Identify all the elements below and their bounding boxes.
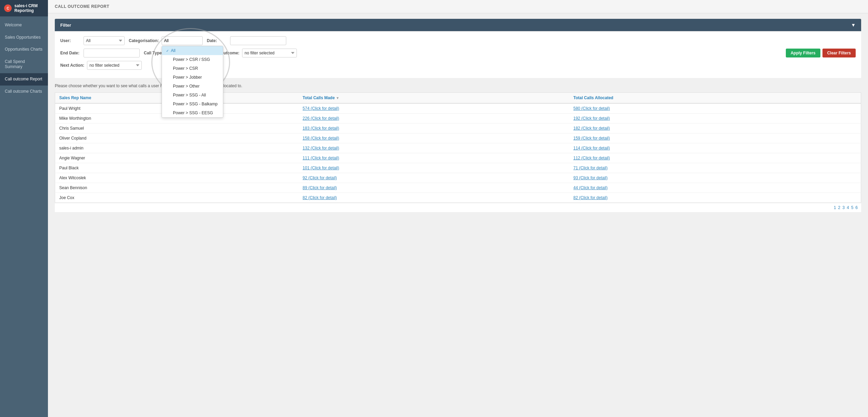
sidebar-item-call-outcome-report[interactable]: Call outcome Report (0, 73, 48, 86)
table-row: Paul Black101 (Click for detail)71 (Clic… (55, 163, 861, 173)
calls-made-link[interactable]: 226 (Click for detail) (303, 116, 339, 121)
table-row: Joe Cox82 (Click for detail)82 (Click fo… (55, 193, 861, 203)
clear-filters-button[interactable]: Clear Filters (822, 49, 856, 57)
date-input[interactable] (230, 36, 286, 45)
filter-field-categorisation: Categorisation: All ✓ All (129, 36, 203, 45)
sidebar-item-welcome[interactable]: Welcome (0, 19, 48, 31)
calls-allocated-link[interactable]: 71 (Click for detail) (574, 166, 608, 170)
cat-check-icon: ✓ (166, 49, 169, 53)
calls-made-link[interactable]: 89 (Click for detail) (303, 185, 337, 190)
calls-allocated-link[interactable]: 114 (Click for detail) (574, 146, 610, 151)
sidebar-item-call-spend-summary[interactable]: Call Spend Summary (0, 56, 48, 73)
calls-made-link[interactable]: 574 (Click for detail) (303, 106, 339, 111)
table-row: Angie Wagner111 (Click for detail)112 (C… (55, 153, 861, 163)
cell-sales-rep: Sean Bennison (55, 183, 299, 193)
page-link[interactable]: 4 (847, 205, 849, 210)
cell-calls-made: 92 (Click for detail) (299, 173, 569, 183)
cat-option-power-ssg-balkamp[interactable]: Power > SSG - Balkamp (162, 100, 223, 108)
sidebar-item-sales-opportunities[interactable]: Sales Opportunities (0, 31, 48, 44)
cat-option-power-jobber[interactable]: Power > Jobber (162, 73, 223, 82)
sidebar-item-call-outcome-charts[interactable]: Call outcome Charts (0, 86, 48, 98)
cat-option-label: Power > Jobber (173, 75, 202, 80)
cat-option-power-csr-ssg[interactable]: Power > CSR / SSG (162, 55, 223, 64)
calls-made-link[interactable]: 82 (Click for detail) (303, 195, 337, 200)
cat-option-power-ssg-all[interactable]: Power > SSG - All (162, 91, 223, 100)
calls-made-link[interactable]: 132 (Click for detail) (303, 146, 339, 151)
col-header-calls-made[interactable]: Total Calls Made ▼ (299, 93, 569, 104)
calls-made-link[interactable]: 111 (Click for detail) (303, 156, 339, 160)
filter-title: Filter (60, 23, 71, 28)
filter-panel: Filter ▼ User: All Categorisation: (55, 19, 861, 78)
col-label-sales-rep: Sales Rep Name (59, 95, 91, 100)
page-title: CALL OUTCOME REPORT (55, 4, 109, 9)
calls-allocated-link[interactable]: 82 (Click for detail) (574, 195, 608, 200)
next-action-select[interactable]: no filter selected (87, 61, 142, 70)
cell-calls-allocated: 192 (Click for detail) (569, 114, 861, 123)
apply-filters-button[interactable]: Apply Filters (786, 49, 820, 57)
pagination: 123456 (55, 203, 861, 212)
cat-option-label: All (171, 48, 175, 53)
page-link[interactable]: 1 (834, 205, 836, 210)
calls-allocated-link[interactable]: 192 (Click for detail) (574, 116, 610, 121)
calls-allocated-link[interactable]: 580 (Click for detail) (574, 106, 610, 111)
categorisation-value: All (164, 38, 168, 43)
cell-calls-allocated: 71 (Click for detail) (569, 163, 861, 173)
cell-sales-rep: Angie Wagner (55, 153, 299, 163)
app-header: C sales-i CRM Reporting (0, 0, 48, 16)
calls-made-link[interactable]: 92 (Click for detail) (303, 175, 337, 180)
cell-sales-rep: sales-i admin (55, 143, 299, 153)
page-header: CALL OUTCOME REPORT (48, 0, 868, 13)
cell-calls-made: 82 (Click for detail) (299, 193, 569, 203)
cat-option-power-csr[interactable]: Power > CSR (162, 64, 223, 73)
table-row: Oliver Copland158 (Click for detail)159 … (55, 133, 861, 143)
cat-option-power-ssg-eesg[interactable]: Power > SSG - EESG (162, 108, 223, 117)
filter-field-date: Date: (207, 36, 286, 45)
calls-allocated-link[interactable]: 159 (Click for detail) (574, 136, 610, 141)
cat-option-all[interactable]: ✓ All (162, 46, 223, 55)
calls-made-link[interactable]: 158 (Click for detail) (303, 136, 339, 141)
table-row: sales-i admin132 (Click for detail)114 (… (55, 143, 861, 153)
page-link[interactable]: 3 (842, 205, 845, 210)
categorisation-label: Categorisation: (129, 38, 159, 43)
col-header-calls-allocated: Total Calls Allocated (569, 93, 861, 104)
end-date-input[interactable] (84, 49, 140, 57)
filter-actions: Apply Filters Clear Filters (786, 49, 856, 57)
cat-option-label: Power > SSG - All (173, 93, 206, 97)
cell-calls-allocated: 82 (Click for detail) (569, 193, 861, 203)
filter-field-next-action: Next Action: no filter selected (60, 61, 142, 70)
page-link[interactable]: 5 (851, 205, 854, 210)
col-label-calls-allocated: Total Calls Allocated (574, 95, 614, 100)
cat-option-power-other[interactable]: Power > Other (162, 82, 223, 91)
table-row: Sean Bennison89 (Click for detail)44 (Cl… (55, 183, 861, 193)
sidebar-nav: WelcomeSales OpportunitiesOpportunities … (0, 16, 48, 417)
filter-field-end-date: End Date: (60, 49, 140, 57)
sidebar-item-opportunities-charts[interactable]: Opportunities Charts (0, 43, 48, 56)
app-logo: C (4, 4, 12, 12)
end-date-label: End Date: (60, 51, 81, 55)
sidebar: C sales-i CRM Reporting WelcomeSales Opp… (0, 0, 48, 417)
calls-allocated-link[interactable]: 182 (Click for detail) (574, 126, 610, 131)
cell-calls-allocated: 182 (Click for detail) (569, 123, 861, 133)
sort-desc-icon: ▼ (336, 96, 339, 100)
filter-chevron-icon: ▼ (851, 22, 856, 28)
cell-calls-allocated: 112 (Click for detail) (569, 153, 861, 163)
cell-calls-allocated: 93 (Click for detail) (569, 173, 861, 183)
categorisation-input[interactable]: All (162, 36, 203, 45)
calls-allocated-link[interactable]: 44 (Click for detail) (574, 185, 608, 190)
app-title: sales-i CRM Reporting (14, 3, 44, 13)
filter-body: User: All Categorisation: All (55, 31, 861, 78)
calls-made-link[interactable]: 183 (Click for detail) (303, 126, 339, 131)
page-link[interactable]: 2 (838, 205, 841, 210)
call-outcome-select[interactable]: no filter selected (242, 49, 297, 57)
calls-made-link[interactable]: 101 (Click for detail) (303, 166, 339, 170)
user-select[interactable]: All (84, 36, 125, 45)
calls-allocated-link[interactable]: 112 (Click for detail) (574, 156, 610, 160)
cell-sales-rep: Chris Samuel (55, 123, 299, 133)
cell-calls-made: 158 (Click for detail) (299, 133, 569, 143)
cell-calls-allocated: 580 (Click for detail) (569, 103, 861, 114)
page-link[interactable]: 6 (855, 205, 858, 210)
calls-allocated-link[interactable]: 93 (Click for detail) (574, 175, 608, 180)
cell-sales-rep: Paul Black (55, 163, 299, 173)
filter-header[interactable]: Filter ▼ (55, 19, 861, 31)
cell-calls-made: 111 (Click for detail) (299, 153, 569, 163)
